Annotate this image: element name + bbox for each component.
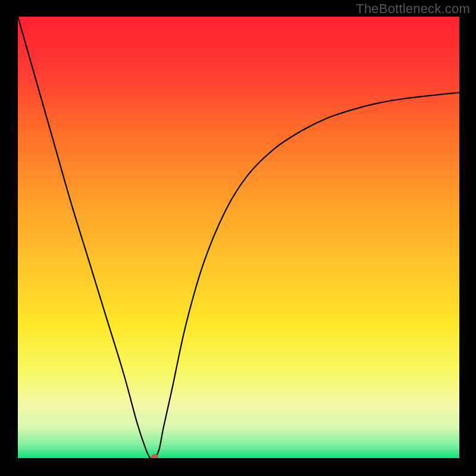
watermark-text: TheBottleneck.com: [356, 1, 470, 17]
plot-area: [18, 17, 459, 458]
chart-frame: TheBottleneck.com: [0, 0, 476, 476]
gradient-background: [18, 17, 459, 458]
plot-svg: [18, 17, 459, 458]
